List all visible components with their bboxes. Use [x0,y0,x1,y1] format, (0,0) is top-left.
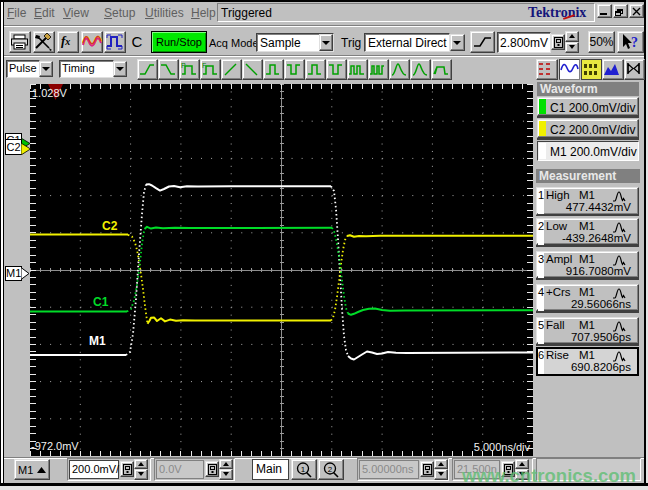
svg-text:1.028V: 1.028V [32,87,68,99]
svg-text:-972.0mV: -972.0mV [31,440,79,452]
svg-text:2: 2 [328,465,333,474]
svg-text:C1: C1 [93,295,109,309]
svg-text:5.000ns/div: 5.000ns/div [474,441,531,453]
svg-text:?: ? [631,35,638,50]
svg-text:1: 1 [301,465,306,474]
svg-text:M1: M1 [89,334,106,348]
svg-text:C2: C2 [102,219,118,233]
